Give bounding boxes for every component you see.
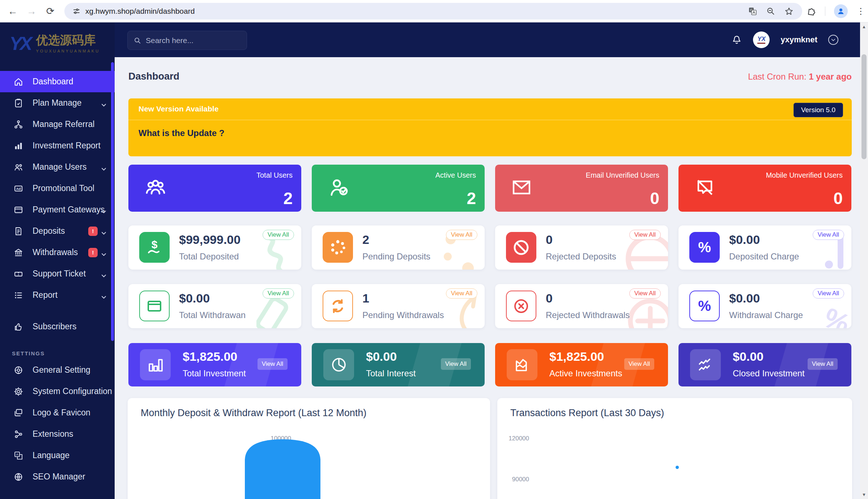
sidebar-item-payment-gateways[interactable]: Payment Gateways xyxy=(0,199,115,220)
sidebar-item-general-setting[interactable]: General Setting xyxy=(0,359,115,381)
view-all-link[interactable]: View All xyxy=(624,358,654,370)
card-total-deposited: $ $99,999.00 Total Deposited View All xyxy=(128,225,301,270)
sidebar-nav: Dashboard Plan Manage Manage Referral In… xyxy=(0,71,115,487)
hand-dollar-icon: $ xyxy=(139,232,170,263)
monthly-report-chart: Monthly Deposit & Withdraw Report (Last … xyxy=(128,398,490,499)
site-info-icon[interactable] xyxy=(72,7,80,15)
sidebar-item-investment-report[interactable]: Investment Report xyxy=(0,135,115,156)
sidebar-item-withdrawals[interactable]: Withdrawals ! xyxy=(0,242,115,263)
sidebar-item-seo-manager[interactable]: SEO Manager xyxy=(0,466,115,487)
alert-badge: ! xyxy=(88,227,98,236)
sidebar-item-dashboard[interactable]: Dashboard xyxy=(0,71,115,92)
view-all-link[interactable]: View All xyxy=(258,358,288,370)
card-value: 0 xyxy=(546,291,553,305)
chevron-down-icon xyxy=(101,292,107,302)
scrollbar-thumb[interactable] xyxy=(861,54,867,159)
decorative-percent: % xyxy=(818,301,851,328)
browser-scrollbar[interactable]: ▲ ▼ xyxy=(860,22,868,499)
pie-chart-icon xyxy=(323,349,354,380)
card-label: Total Withdrawan xyxy=(179,310,246,320)
browser-menu-icon[interactable]: ⋮ xyxy=(856,6,865,16)
view-all-link[interactable]: View All xyxy=(263,230,294,240)
view-all-link[interactable]: View All xyxy=(441,358,471,370)
chevron-down-icon xyxy=(101,250,107,259)
view-all-link[interactable]: View All xyxy=(446,230,477,240)
card-pending-withdrawals: 1 Pending Withdrawals View All xyxy=(312,284,485,328)
card-closed-investment: $0.00 Closed Investment View All xyxy=(678,343,851,386)
card-value: $0.00 xyxy=(729,291,760,305)
card-withdrawal-charge: % % $0.00 Withdrawal Charge View All xyxy=(678,284,851,328)
sidebar-item-language[interactable]: A Language xyxy=(0,445,115,466)
username[interactable]: yxymknet xyxy=(780,35,817,45)
address-bar[interactable]: xg.hwym.shop/admin/dashboard G xyxy=(64,3,802,20)
search-box[interactable] xyxy=(127,31,247,50)
sidebar-item-label: Dashboard xyxy=(33,77,73,86)
images-icon xyxy=(13,407,24,418)
users-gear-icon xyxy=(13,162,24,173)
notifications-bell-icon[interactable] xyxy=(731,34,742,45)
user-menu-chevron-icon[interactable] xyxy=(828,35,838,45)
sidebar-item-label: Logo & Favicon xyxy=(33,408,90,418)
search-input[interactable] xyxy=(146,36,236,45)
user-avatar[interactable]: YX xyxy=(753,31,770,48)
stat-label: Total Users xyxy=(256,171,293,179)
stat-value: 0 xyxy=(650,189,659,208)
sidebar-item-manage-referral[interactable]: Manage Referral xyxy=(0,114,115,135)
browser-profile-avatar[interactable] xyxy=(834,4,848,18)
zoom-out-icon[interactable] xyxy=(766,7,775,16)
view-all-link[interactable]: View All xyxy=(813,288,844,299)
users-group-icon xyxy=(144,176,167,201)
browser-toolbar: ← → ⟳ xg.hwym.shop/admin/dashboard G xyxy=(0,0,868,22)
card-label: Pending Withdrawals xyxy=(362,310,444,320)
card-total-investment: $1,825.00 Total Investment View All xyxy=(128,343,301,386)
svg-text:Ad: Ad xyxy=(16,187,21,191)
sidebar-item-label: Support Ticket xyxy=(33,269,86,279)
view-all-link[interactable]: View All xyxy=(813,230,844,240)
sidebar-item-label: SEO Manager xyxy=(33,472,85,482)
sidebar-item-label: Language xyxy=(33,451,69,460)
sidebar-item-extensions[interactable]: Extensions xyxy=(0,423,115,445)
scroll-up-arrow[interactable]: ▲ xyxy=(860,22,868,31)
sidebar-item-system-configuration[interactable]: System Configuration xyxy=(0,381,115,402)
percent-icon: % xyxy=(689,291,720,321)
stat-label: Mobile Unverified Users xyxy=(766,171,843,179)
card-label: Withdrawal Charge xyxy=(729,310,803,320)
view-all-link[interactable]: View All xyxy=(629,230,661,240)
view-all-link[interactable]: View All xyxy=(446,288,477,299)
avatar-logo: YX xyxy=(757,36,766,42)
logo-title: 优选源码库 xyxy=(36,34,100,47)
sidebar-item-promotional-tool[interactable]: Ad Promotional Tool xyxy=(0,178,115,199)
page-title: Dashboard xyxy=(128,71,179,82)
browser-back-button[interactable]: ← xyxy=(5,4,20,19)
card-label: Total Interest xyxy=(366,368,416,379)
scroll-down-arrow[interactable]: ▼ xyxy=(860,490,868,499)
sidebar-item-plan-manage[interactable]: Plan Manage xyxy=(0,92,115,114)
sidebar-item-label: Manage Referral xyxy=(33,119,94,129)
bank-icon xyxy=(13,247,24,258)
translate-icon[interactable]: G xyxy=(748,7,757,16)
view-all-link[interactable]: View All xyxy=(808,358,838,370)
transactions-chart: Transactions Report (Last 30 Days) 12000… xyxy=(497,398,852,499)
card-value: $0.00 xyxy=(729,233,760,247)
app-logo[interactable]: YX 优选源码库 YOUXUANYUANMAKU xyxy=(9,33,100,54)
sidebar-item-subscribers[interactable]: Subscribers xyxy=(0,316,115,337)
stat-value: 2 xyxy=(283,189,293,208)
sidebar-item-report[interactable]: Report xyxy=(0,284,115,306)
version-button[interactable]: Version 5.0 xyxy=(793,103,843,117)
view-all-link[interactable]: View All xyxy=(629,288,661,299)
sidebar-item-logo-favicon[interactable]: Logo & Favicon xyxy=(0,402,115,423)
referral-network-icon xyxy=(13,119,24,130)
card-label: Closed Investment xyxy=(733,368,805,379)
browser-reload-button[interactable]: ⟳ xyxy=(43,4,58,19)
sidebar-item-deposits[interactable]: Deposits ! xyxy=(0,220,115,242)
sidebar-item-manage-users[interactable]: Manage Users xyxy=(0,156,115,178)
bookmark-star-icon[interactable] xyxy=(784,7,793,16)
logo-mark-icon: YX xyxy=(9,33,30,54)
refresh-icon xyxy=(323,291,353,321)
sidebar-item-support-ticket[interactable]: Support Ticket xyxy=(0,263,115,284)
extensions-icon[interactable] xyxy=(807,7,816,16)
url-text[interactable]: xg.hwym.shop/admin/dashboard xyxy=(85,7,195,16)
view-all-link[interactable]: View All xyxy=(263,288,294,299)
chevron-down-icon xyxy=(101,271,107,281)
browser-forward-button[interactable]: → xyxy=(24,4,39,19)
